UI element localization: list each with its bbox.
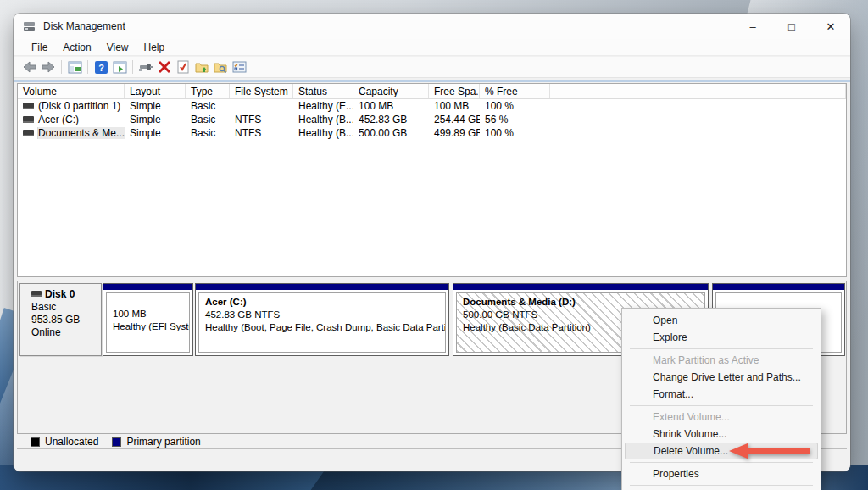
cell-pct-free: 56 % (480, 114, 550, 125)
volume-name: Documents & Me... (38, 127, 125, 139)
menu-item-mark-partition-active: Mark Partition as Active (622, 352, 821, 369)
svg-text:?: ? (98, 62, 104, 72)
action-pane-icon[interactable] (110, 58, 129, 75)
partition-color-bar (713, 284, 844, 290)
volume-icon (23, 116, 34, 123)
cell-layout: Simple (125, 127, 186, 139)
menu-item-change-drive-letter[interactable]: Change Drive Letter and Paths... (622, 369, 821, 386)
disk0-info-box[interactable]: Disk 0 Basic 953.85 GB Online (19, 283, 102, 356)
column-header-layout[interactable]: Layout (125, 84, 186, 98)
back-icon[interactable] (20, 58, 39, 75)
column-header-status[interactable]: Status (293, 84, 353, 98)
cell-status: Healthy (E... (293, 100, 353, 112)
volume-table-header: Volume Layout Type File System Status Ca… (18, 84, 846, 99)
partition-status: Healthy (EFI System (113, 320, 183, 333)
content-accent-line (14, 80, 850, 82)
close-button[interactable]: ✕ (811, 14, 850, 39)
folder-explore-icon[interactable] (211, 58, 230, 75)
toolbar: ? (14, 57, 850, 78)
cell-layout: Simple (125, 114, 186, 125)
table-row[interactable]: (Disk 0 partition 1) Simple Basic Health… (18, 99, 846, 113)
disk-icon (31, 291, 42, 297)
cell-free-space: 254.44 GB (429, 114, 480, 125)
column-header-volume[interactable]: Volume (18, 84, 125, 98)
cell-free-space: 100 MB (429, 100, 480, 112)
table-row[interactable]: Acer (C:) Simple Basic NTFS Healthy (B..… (18, 113, 846, 126)
partition-c[interactable]: Acer (C:) 452.83 GB NTFS Healthy (Boot, … (195, 283, 449, 356)
toolbar-separator (87, 60, 88, 74)
properties-list-icon[interactable] (230, 58, 248, 75)
partition-title: Documents & Media (D:) (463, 296, 698, 309)
cell-type: Basic (186, 127, 230, 139)
cell-status: Healthy (B... (293, 127, 353, 139)
console-window-icon[interactable] (65, 58, 84, 75)
cell-file-system: NTFS (230, 114, 293, 125)
column-header-free-space[interactable]: Free Spa... (429, 84, 480, 98)
partition-color-bar (196, 284, 448, 290)
legend-label: Unallocated (45, 436, 98, 448)
column-header-spacer (550, 84, 846, 98)
menu-separator (630, 348, 813, 349)
volume-name: (Disk 0 partition 1) (38, 100, 120, 112)
minimize-button[interactable]: – (733, 14, 772, 39)
cell-type: Basic (186, 114, 230, 125)
column-header-file-system[interactable]: File System (230, 84, 293, 98)
partition-size: 100 MB (113, 308, 183, 320)
menu-view[interactable]: View (99, 40, 136, 55)
volume-name: Acer (C:) (38, 114, 79, 125)
menu-item-format[interactable]: Format... (622, 386, 821, 403)
legend-primary-partition: Primary partition (112, 436, 200, 448)
disk-name: Disk 0 (45, 288, 75, 300)
cell-capacity: 500.00 GB (353, 127, 429, 139)
menu-item-extend-volume: Extend Volume... (622, 409, 821, 426)
column-header-type[interactable]: Type (186, 84, 230, 98)
disk-size: 953.85 GB (31, 314, 101, 326)
cell-capacity: 100 MB (353, 100, 429, 112)
check-document-icon[interactable] (174, 58, 192, 75)
toolbar-separator (61, 60, 62, 74)
disk-status: Online (31, 326, 101, 339)
column-header-capacity[interactable]: Capacity (353, 84, 429, 98)
column-header-pct-free[interactable]: % Free (480, 84, 550, 98)
cell-pct-free: 100 % (480, 127, 550, 139)
partition-color-bar (103, 284, 192, 290)
volume-icon (23, 103, 34, 109)
cell-file-system: NTFS (230, 127, 293, 139)
menu-file[interactable]: File (24, 40, 55, 55)
cell-free-space: 499.89 GB (429, 127, 480, 139)
menu-item-shrink-volume[interactable]: Shrink Volume... (622, 426, 821, 443)
partition-efi[interactable]: 100 MB Healthy (EFI System (103, 283, 193, 356)
disk-type: Basic (31, 301, 101, 314)
tool-icon[interactable] (136, 58, 155, 75)
maximize-button[interactable]: □ (772, 14, 811, 39)
cell-capacity: 452.83 GB (353, 114, 429, 125)
legend-unallocated: Unallocated (31, 436, 98, 448)
menu-item-explore[interactable]: Explore (622, 329, 821, 346)
table-row[interactable]: Documents & Me... Simple Basic NTFS Heal… (18, 126, 846, 140)
window-title: Disk Management (43, 20, 125, 32)
legend-label: Primary partition (126, 436, 200, 448)
partition-title: Acer (C:) (205, 296, 439, 309)
cell-type: Basic (186, 100, 230, 112)
menu-help[interactable]: Help (136, 40, 173, 55)
menu-item-properties[interactable]: Properties (622, 465, 821, 482)
disk-management-app-icon (24, 21, 36, 31)
volume-icon (23, 130, 34, 136)
forward-icon[interactable] (39, 58, 58, 75)
cell-pct-free: 100 % (480, 100, 550, 112)
delete-icon[interactable] (155, 58, 174, 75)
titlebar[interactable]: Disk Management – □ ✕ (14, 14, 850, 39)
toolbar-separator (132, 60, 133, 74)
unallocated-swatch (31, 437, 40, 447)
folder-open-icon[interactable] (192, 58, 211, 75)
menu-action[interactable]: Action (55, 40, 98, 55)
menu-separator (630, 485, 813, 486)
menu-item-open[interactable]: Open (622, 312, 821, 329)
help-icon[interactable]: ? (92, 58, 110, 75)
partition-status: Healthy (Boot, Page File, Crash Dump, Ba… (205, 321, 439, 334)
primary-partition-swatch (112, 437, 121, 447)
cell-layout: Simple (125, 100, 186, 112)
partition-color-bar (453, 284, 708, 290)
volume-list-pane: Volume Layout Type File System Status Ca… (17, 83, 847, 277)
red-annotation-arrow (729, 443, 810, 463)
